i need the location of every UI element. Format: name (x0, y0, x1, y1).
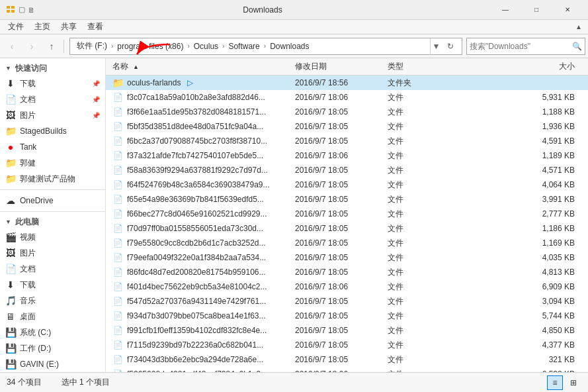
guojian-test-icon: 📁 (5, 173, 16, 184)
sidebar-item-docs[interactable]: 📄 文档 📌 (0, 91, 105, 107)
sidebar-quickaccess-header[interactable]: ▼ 快速访问 (0, 61, 105, 75)
cell-date: 2016/9/7 18:05 (291, 238, 384, 248)
menu-share[interactable]: 共享 (56, 20, 82, 34)
table-row[interactable]: 📄 f7115d9239bd97b22236a0c682b041... 2016… (106, 338, 588, 352)
table-row[interactable]: 📄 f547d52a270376a9431149e7429f761... 201… (106, 294, 588, 309)
cell-type: 文件 (384, 150, 437, 162)
sidebar-item-downloads[interactable]: ⬇ 下载 📌 (0, 75, 105, 91)
cell-type: 文件 (384, 179, 437, 191)
sidebar-item-d-drive[interactable]: 💾 工作 (D:) (0, 340, 105, 356)
search-input[interactable] (470, 42, 571, 51)
table-row[interactable]: 📄 f3f66e1aa51de95b3782d0848181571... 201… (106, 105, 588, 119)
table-row[interactable]: 📄 f734043d3bb6e2ebc9a294de728a6e... 2016… (106, 352, 588, 367)
menu-home[interactable]: 主页 (29, 20, 56, 34)
refresh-button[interactable]: ↻ (443, 39, 458, 54)
sidebar-item-desktop[interactable]: 🖥 桌面 (0, 309, 105, 324)
table-row[interactable]: 📄 f65e54a98e36369b7b841f5639edfd5... 201… (106, 192, 588, 207)
cell-size: 4,591 KB (437, 136, 588, 146)
sidebar-item-staged[interactable]: 📁 StagedBuilds (0, 123, 105, 139)
table-row[interactable]: 📄 f70d97ff0ba01558556051eda73c30d... 201… (106, 221, 588, 236)
table-row[interactable]: 📄 f64f524769b48c3a6584c369038479a9... 20… (106, 177, 588, 192)
thispc-pictures-icon: 🖼 (5, 248, 16, 258)
address-oculus[interactable]: Oculus (191, 41, 221, 52)
ribbon-expand-icon[interactable]: ▲ (572, 23, 585, 30)
cell-date: 2016/9/7 18:05 (291, 253, 384, 262)
cell-type: 文件 (384, 136, 437, 147)
size-label: 1,186 KB (542, 224, 575, 233)
cell-date: 2016/9/7 18:06 (291, 282, 384, 291)
cell-date: 2016/9/7 18:05 (291, 224, 384, 233)
address-software[interactable]: Software (226, 41, 262, 52)
address-programfiles[interactable]: program files (x86) (114, 41, 186, 52)
address-dropdown-icon[interactable]: ▼ (430, 38, 442, 54)
guojian-icon: 📁 (5, 158, 16, 168)
table-row[interactable]: 📄 f5bf35d3851d8dee48d0a751fc9a04a... 201… (106, 119, 588, 134)
sidebar-item-pictures[interactable]: 🖼 图片 📌 (0, 107, 105, 123)
minimize-button[interactable]: — (490, 0, 521, 20)
filename-label: f3f66e1aa51de95b3782d0848181571... (127, 107, 266, 117)
table-row[interactable]: 📄 f6bc2a37d079088745bc2703f8f38710... 20… (106, 134, 588, 148)
cell-date: 2016/9/7 18:05 (291, 107, 384, 117)
col-header-size[interactable]: 大小 (437, 61, 588, 72)
size-label: 4,813 KB (542, 268, 575, 277)
cell-size: 3,991 KB (437, 195, 588, 204)
close-button[interactable]: ✕ (552, 0, 583, 20)
table-row[interactable]: 📄 f86fdc48d7ed200820e81754b959106... 201… (106, 265, 588, 279)
sidebar-item-tank[interactable]: ● Tank (0, 139, 105, 155)
sidebar-thispc-header[interactable]: ▼ 此电脑 (0, 215, 105, 229)
col-header-name[interactable]: 名称 ▲ (106, 61, 291, 72)
filename-label: f65e54a98e36369b7b841f5639edfd5... (127, 195, 264, 204)
table-row[interactable]: 📄 f79eefa0049f322e0a1f384b2aa7a534... 20… (106, 250, 588, 265)
table-row[interactable]: 📄 f401d4bec75622eb9cb5a34e81004c2... 201… (106, 279, 588, 294)
cell-type: 文件 (384, 311, 437, 322)
table-row[interactable]: 📄 f66bec277c8d0465e91602521cd9929... 201… (106, 207, 588, 221)
sidebar-item-music[interactable]: 🎵 音乐 (0, 293, 105, 309)
table-row[interactable]: 📄 f3c07ca18a59a010b2a8e3afd882d46... 201… (106, 90, 588, 105)
sidebar-item-onedrive[interactable]: ☁ OneDrive (0, 193, 105, 209)
table-row[interactable]: 📄 f991cfb1f0eff1359b4102cdf832fc8e4e... … (106, 323, 588, 338)
address-drive[interactable]: 软件 (F:) (74, 40, 110, 52)
cell-type: 文件 (384, 165, 437, 176)
cell-name: 📄 f401d4bec75622eb9cb5a34e81004c2... (106, 281, 291, 292)
sidebar-item-thispc-pictures[interactable]: 🖼 图片 (0, 245, 105, 261)
file-icon: 📄 (112, 340, 123, 350)
desktop-icon: 🖥 (5, 311, 16, 322)
cell-name: 📁 oculus-farlands ▷ (106, 77, 291, 88)
sidebar-item-c-drive[interactable]: 💾 系统 (C:) (0, 324, 105, 340)
col-header-type[interactable]: 类型 (384, 61, 437, 72)
filename-label: f86fdc48d7ed200820e81754b959106... (127, 268, 266, 277)
table-row[interactable]: 📄 f934d7b3d079bbe075ca8bea14e1f63... 201… (106, 309, 588, 323)
forward-button[interactable]: › (22, 37, 41, 56)
address-bar: 软件 (F:) › program files (x86) › Oculus ›… (69, 38, 462, 55)
cell-type: 文件 (384, 340, 437, 351)
menu-file[interactable]: 文件 (3, 20, 29, 34)
date-label: 2016/9/7 18:05 (295, 122, 348, 131)
cell-date: 2016/9/7 18:05 (291, 340, 384, 350)
up-button[interactable]: ↑ (42, 37, 61, 56)
address-downloads[interactable]: Downloads (267, 41, 312, 52)
downloads-icon: ⬇ (5, 78, 16, 89)
sidebar-item-thispc-docs[interactable]: 📄 文档 (0, 261, 105, 277)
sidebar-item-guojian[interactable]: 📁 郭健 (0, 155, 105, 171)
sidebar-item-thispc-dl[interactable]: ⬇ 下载 (0, 277, 105, 293)
view-details-button[interactable]: ≡ (547, 375, 563, 390)
table-row[interactable]: 📄 f37a321afde7fcb7427540107eb5de5... 201… (106, 148, 588, 163)
sidebar-item-guojian-test[interactable]: 📁 郭健测试产品物 (0, 171, 105, 187)
cell-name: 📄 f37a321afde7fcb7427540107eb5de5... (106, 150, 291, 161)
menu-view[interactable]: 查看 (82, 20, 108, 34)
type-label: 文件 (388, 209, 403, 220)
onedrive-icon: ☁ (5, 195, 16, 206)
cell-size: 4,813 KB (437, 268, 588, 277)
cell-date: 2016/9/7 18:06 (291, 93, 384, 102)
table-row[interactable]: 📄 f79e5580c9cc8cdb2b6d1c7acb3252d... 201… (106, 236, 588, 250)
back-button[interactable]: ‹ (3, 37, 21, 56)
sidebar-item-videos[interactable]: 🎬 视频 (0, 229, 105, 245)
sidebar-item-e-drive[interactable]: 💾 GAVIN (E:) (0, 356, 105, 372)
col-header-date[interactable]: 修改日期 (291, 61, 384, 72)
maximize-button[interactable]: □ (521, 0, 552, 20)
view-icons-button[interactable]: ⊞ (566, 375, 581, 390)
table-row[interactable]: 📁 oculus-farlands ▷ 2016/9/7 18:56 文件夹 (106, 75, 588, 90)
file-icon: 📄 (112, 267, 123, 277)
table-row[interactable]: 📄 f58a83639f9294a637881f9292c7d97d... 20… (106, 163, 588, 177)
table-row[interactable]: 📄 f5065608de4081cdf43eef7284a6b1c9... 20… (106, 367, 588, 372)
